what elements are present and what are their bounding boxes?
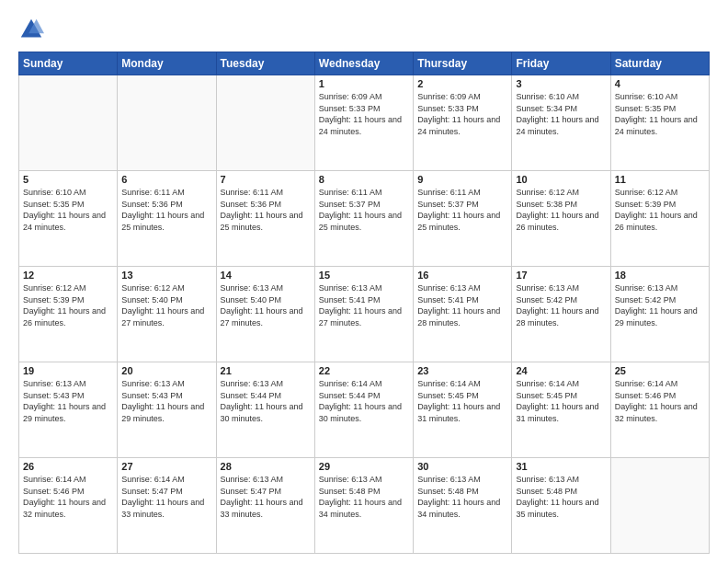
calendar-cell: 31Sunrise: 6:13 AMSunset: 5:48 PMDayligh… — [512, 458, 610, 554]
calendar-cell: 11Sunrise: 6:12 AMSunset: 5:39 PMDayligh… — [610, 171, 709, 267]
day-number: 28 — [221, 461, 311, 472]
weekday-header-row: SundayMondayTuesdayWednesdayThursdayFrid… — [19, 52, 710, 75]
day-info: Sunrise: 6:14 AMSunset: 5:45 PMDaylight:… — [516, 378, 606, 424]
calendar-cell — [118, 75, 216, 171]
calendar-week-row: 19Sunrise: 6:13 AMSunset: 5:43 PMDayligh… — [19, 362, 710, 458]
calendar-cell: 21Sunrise: 6:13 AMSunset: 5:44 PMDayligh… — [216, 362, 314, 458]
day-number: 6 — [121, 174, 211, 185]
day-info: Sunrise: 6:14 AMSunset: 5:47 PMDaylight:… — [121, 474, 211, 520]
day-info: Sunrise: 6:14 AMSunset: 5:46 PMDaylight:… — [23, 474, 113, 520]
day-info: Sunrise: 6:13 AMSunset: 5:41 PMDaylight:… — [417, 282, 507, 328]
calendar-cell: 23Sunrise: 6:14 AMSunset: 5:45 PMDayligh… — [414, 362, 512, 458]
day-info: Sunrise: 6:10 AMSunset: 5:34 PMDaylight:… — [516, 91, 606, 137]
calendar-cell: 15Sunrise: 6:13 AMSunset: 5:41 PMDayligh… — [314, 267, 413, 362]
calendar-cell: 12Sunrise: 6:12 AMSunset: 5:39 PMDayligh… — [19, 267, 118, 362]
calendar-table: SundayMondayTuesdayWednesdayThursdayFrid… — [18, 52, 710, 554]
day-info: Sunrise: 6:12 AMSunset: 5:40 PMDaylight:… — [121, 282, 211, 328]
day-number: 9 — [417, 174, 507, 185]
day-info: Sunrise: 6:11 AMSunset: 5:37 PMDaylight:… — [319, 187, 409, 233]
calendar-cell: 30Sunrise: 6:13 AMSunset: 5:48 PMDayligh… — [414, 458, 512, 554]
calendar-cell: 1Sunrise: 6:09 AMSunset: 5:33 PMDaylight… — [314, 75, 413, 171]
day-info: Sunrise: 6:09 AMSunset: 5:33 PMDaylight:… — [319, 91, 409, 137]
day-number: 19 — [23, 365, 113, 376]
calendar-cell — [19, 75, 118, 171]
day-info: Sunrise: 6:10 AMSunset: 5:35 PMDaylight:… — [23, 187, 113, 233]
calendar-cell: 8Sunrise: 6:11 AMSunset: 5:37 PMDaylight… — [314, 171, 413, 267]
day-info: Sunrise: 6:14 AMSunset: 5:44 PMDaylight:… — [319, 378, 409, 424]
day-info: Sunrise: 6:13 AMSunset: 5:44 PMDaylight:… — [221, 378, 311, 424]
weekday-header-sunday: Sunday — [19, 52, 118, 75]
calendar-cell: 28Sunrise: 6:13 AMSunset: 5:47 PMDayligh… — [216, 458, 314, 554]
day-info: Sunrise: 6:09 AMSunset: 5:33 PMDaylight:… — [417, 91, 507, 137]
calendar-cell: 17Sunrise: 6:13 AMSunset: 5:42 PMDayligh… — [512, 267, 610, 362]
day-info: Sunrise: 6:13 AMSunset: 5:48 PMDaylight:… — [417, 474, 507, 520]
weekday-header-saturday: Saturday — [610, 52, 709, 75]
day-info: Sunrise: 6:12 AMSunset: 5:38 PMDaylight:… — [516, 187, 606, 233]
calendar-cell: 26Sunrise: 6:14 AMSunset: 5:46 PMDayligh… — [19, 458, 118, 554]
calendar-cell: 19Sunrise: 6:13 AMSunset: 5:43 PMDayligh… — [19, 362, 118, 458]
day-number: 23 — [417, 365, 507, 376]
day-number: 17 — [516, 270, 606, 281]
calendar-week-row: 1Sunrise: 6:09 AMSunset: 5:33 PMDaylight… — [19, 75, 710, 171]
calendar-cell: 5Sunrise: 6:10 AMSunset: 5:35 PMDaylight… — [19, 171, 118, 267]
day-info: Sunrise: 6:13 AMSunset: 5:48 PMDaylight:… — [319, 474, 409, 520]
day-number: 3 — [516, 78, 606, 89]
calendar-cell: 6Sunrise: 6:11 AMSunset: 5:36 PMDaylight… — [118, 171, 216, 267]
day-number: 27 — [121, 461, 211, 472]
calendar-cell: 14Sunrise: 6:13 AMSunset: 5:40 PMDayligh… — [216, 267, 314, 362]
day-info: Sunrise: 6:13 AMSunset: 5:40 PMDaylight:… — [221, 282, 311, 328]
calendar-cell: 18Sunrise: 6:13 AMSunset: 5:42 PMDayligh… — [610, 267, 709, 362]
logo — [18, 17, 48, 42]
day-info: Sunrise: 6:11 AMSunset: 5:36 PMDaylight:… — [121, 187, 211, 233]
day-info: Sunrise: 6:12 AMSunset: 5:39 PMDaylight:… — [23, 282, 113, 328]
day-number: 11 — [615, 174, 705, 185]
day-info: Sunrise: 6:13 AMSunset: 5:42 PMDaylight:… — [516, 282, 606, 328]
day-info: Sunrise: 6:11 AMSunset: 5:37 PMDaylight:… — [417, 187, 507, 233]
day-number: 21 — [221, 365, 311, 376]
day-number: 4 — [615, 78, 705, 89]
day-info: Sunrise: 6:13 AMSunset: 5:48 PMDaylight:… — [516, 474, 606, 520]
day-number: 22 — [319, 365, 409, 376]
calendar-cell: 9Sunrise: 6:11 AMSunset: 5:37 PMDaylight… — [414, 171, 512, 267]
calendar-cell — [216, 75, 314, 171]
calendar-cell: 2Sunrise: 6:09 AMSunset: 5:33 PMDaylight… — [414, 75, 512, 171]
day-number: 13 — [121, 270, 211, 281]
day-info: Sunrise: 6:11 AMSunset: 5:36 PMDaylight:… — [221, 187, 311, 233]
calendar-cell — [610, 458, 709, 554]
weekday-header-wednesday: Wednesday — [314, 52, 413, 75]
calendar-cell: 13Sunrise: 6:12 AMSunset: 5:40 PMDayligh… — [118, 267, 216, 362]
day-number: 5 — [23, 174, 113, 185]
weekday-header-friday: Friday — [512, 52, 610, 75]
day-number: 10 — [516, 174, 606, 185]
calendar-cell: 20Sunrise: 6:13 AMSunset: 5:43 PMDayligh… — [118, 362, 216, 458]
calendar-week-row: 12Sunrise: 6:12 AMSunset: 5:39 PMDayligh… — [19, 267, 710, 362]
day-number: 8 — [319, 174, 409, 185]
day-info: Sunrise: 6:13 AMSunset: 5:42 PMDaylight:… — [615, 282, 705, 328]
day-info: Sunrise: 6:14 AMSunset: 5:45 PMDaylight:… — [417, 378, 507, 424]
header — [18, 17, 710, 42]
day-number: 29 — [319, 461, 409, 472]
day-number: 30 — [417, 461, 507, 472]
day-number: 2 — [417, 78, 507, 89]
calendar-cell: 25Sunrise: 6:14 AMSunset: 5:46 PMDayligh… — [610, 362, 709, 458]
day-info: Sunrise: 6:13 AMSunset: 5:47 PMDaylight:… — [221, 474, 311, 520]
day-number: 18 — [615, 270, 705, 281]
calendar-cell: 24Sunrise: 6:14 AMSunset: 5:45 PMDayligh… — [512, 362, 610, 458]
calendar-cell: 7Sunrise: 6:11 AMSunset: 5:36 PMDaylight… — [216, 171, 314, 267]
day-number: 26 — [23, 461, 113, 472]
weekday-header-tuesday: Tuesday — [216, 52, 314, 75]
calendar-cell: 22Sunrise: 6:14 AMSunset: 5:44 PMDayligh… — [314, 362, 413, 458]
day-info: Sunrise: 6:14 AMSunset: 5:46 PMDaylight:… — [615, 378, 705, 424]
calendar-cell: 27Sunrise: 6:14 AMSunset: 5:47 PMDayligh… — [118, 458, 216, 554]
day-number: 15 — [319, 270, 409, 281]
day-number: 25 — [615, 365, 705, 376]
day-number: 7 — [221, 174, 311, 185]
calendar-week-row: 26Sunrise: 6:14 AMSunset: 5:46 PMDayligh… — [19, 458, 710, 554]
day-number: 20 — [121, 365, 211, 376]
calendar-week-row: 5Sunrise: 6:10 AMSunset: 5:35 PMDaylight… — [19, 171, 710, 267]
weekday-header-thursday: Thursday — [414, 52, 512, 75]
calendar-cell: 3Sunrise: 6:10 AMSunset: 5:34 PMDaylight… — [512, 75, 610, 171]
day-info: Sunrise: 6:13 AMSunset: 5:43 PMDaylight:… — [23, 378, 113, 424]
day-number: 1 — [319, 78, 409, 89]
page: SundayMondayTuesdayWednesdayThursdayFrid… — [0, 0, 728, 563]
